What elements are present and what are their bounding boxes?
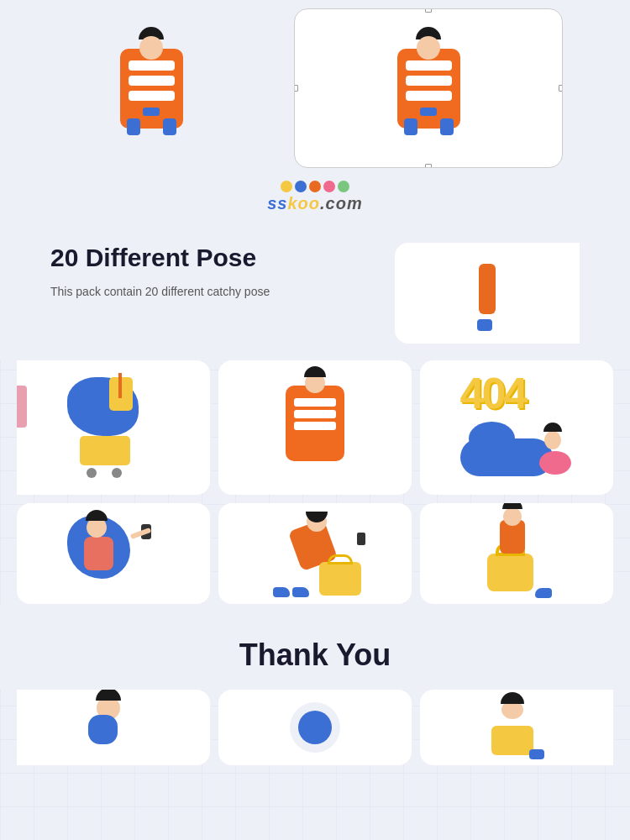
pose-card-bag (420, 503, 613, 604)
char-mopping (260, 507, 370, 600)
handle-mr (559, 85, 563, 92)
pose-card-center-r1 (218, 360, 412, 495)
top-card-left (17, 8, 286, 168)
bottom-char-left (80, 696, 147, 759)
blue-foot-r-r (440, 118, 454, 135)
pose-card-mopping (218, 503, 412, 604)
handle-tr (559, 8, 563, 13)
form-line-r1 (406, 60, 452, 71)
handle-bm (425, 164, 432, 168)
char-head-r (417, 36, 440, 60)
wm-circle-5 (338, 181, 349, 192)
char-selfie (63, 507, 164, 600)
wm-ss: ss (267, 194, 287, 213)
form-line-r2 (406, 76, 452, 86)
bottom-card-right (420, 690, 613, 765)
character-form-right (378, 29, 479, 147)
partial-right-card (395, 243, 580, 344)
wm-circle-1 (281, 181, 292, 192)
info-section: 20 Different Pose This pack contain 20 d… (0, 218, 630, 360)
blue-foot-right (163, 118, 176, 135)
pose-grid-row1: 404 (0, 360, 630, 495)
form-line-3 (129, 91, 175, 101)
wm-circle-3 (309, 181, 321, 192)
bottom-row (0, 690, 630, 782)
thankyou-section: Thank You (0, 604, 630, 690)
watermark-text: sskoo.com (267, 194, 363, 213)
char-bag (466, 507, 567, 600)
handle-tm (425, 8, 432, 13)
blue-foot-left (127, 118, 140, 135)
info-left: 20 Different Pose This pack contain 20 d… (50, 243, 378, 344)
watermark: sskoo.com (267, 181, 363, 213)
handle-tl (294, 8, 298, 13)
form-line-2 (129, 76, 175, 86)
bottom-char-center (290, 702, 340, 753)
wm-circle-4 (323, 181, 335, 192)
character-form-left (101, 29, 202, 147)
wm-koo: koo (288, 194, 321, 213)
watermark-circles (281, 181, 349, 192)
pose-grid-row2 (0, 495, 630, 604)
watermark-section: sskoo.com (0, 168, 630, 218)
pose-card-404: 404 (420, 360, 613, 495)
poses-description: This pack contain 20 different catchy po… (50, 283, 378, 301)
form-line-r3 (406, 91, 452, 101)
top-cards-section (0, 0, 630, 168)
orange-board-right (397, 49, 460, 129)
wm-dot: .com (320, 194, 363, 213)
top-card-right[interactable] (294, 8, 563, 168)
bottom-char-right (483, 696, 550, 759)
char-404: 404 (456, 371, 578, 485)
pose-card-partial-left (17, 360, 210, 495)
char-lounge (63, 373, 164, 482)
blue-foot-l-r (404, 118, 417, 135)
bottom-card-center (218, 690, 412, 765)
orange-board (120, 49, 183, 129)
handle-ml (294, 85, 298, 92)
form-line-1 (129, 60, 175, 71)
wm-circle-2 (295, 181, 307, 192)
pose-card-selfie (17, 503, 210, 604)
info-right (395, 243, 580, 344)
char-head (139, 36, 163, 60)
bottom-card-left (17, 690, 210, 765)
thankyou-title: Thank You (239, 638, 391, 673)
char-form-small (260, 369, 370, 486)
poses-title: 20 Different Pose (50, 243, 378, 273)
text-404: 404 (460, 371, 526, 415)
